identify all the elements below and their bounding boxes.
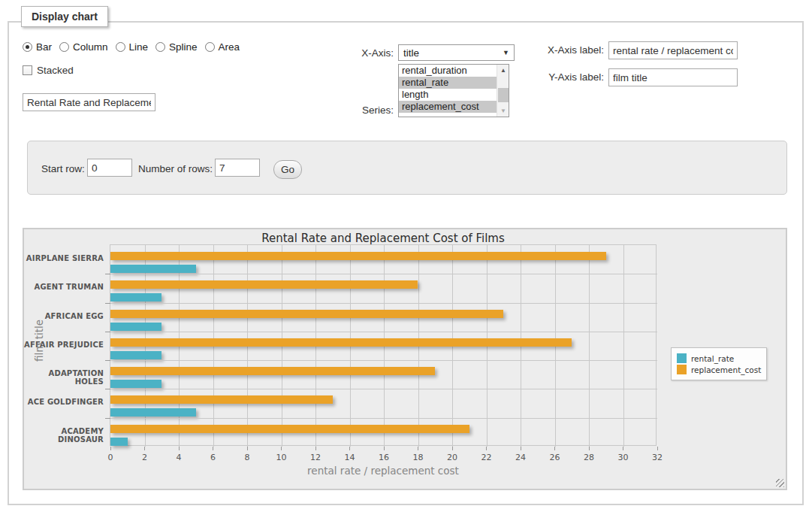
radio-icon[interactable] [155, 42, 165, 52]
x-tick-label: 0 [99, 453, 122, 462]
x-tick-label: 8 [236, 453, 258, 462]
x-tick-mark [247, 447, 248, 450]
chart-type-radio-column[interactable]: Column [59, 41, 108, 53]
x-tick-mark [657, 447, 658, 450]
series-option-replacement_cost[interactable]: replacement_cost [399, 101, 497, 113]
radio-icon[interactable] [59, 42, 69, 52]
chart-type-label: Spline [169, 41, 198, 53]
x-tick-mark [179, 447, 180, 450]
scroll-up-icon[interactable]: ▲ [497, 65, 509, 76]
legend-entry-rental_rate: rental_rate [677, 353, 761, 363]
x-axis-select[interactable]: title ▼ [398, 44, 515, 61]
x-tick-mark [418, 447, 418, 450]
series-options: rental_durationrental_ratelengthreplacem… [399, 65, 509, 113]
bar-rental_rate [110, 265, 196, 273]
scroll-down-icon[interactable]: ▼ [497, 105, 509, 117]
bar-replacement_cost [110, 252, 606, 260]
legend-label: replacement_cost [691, 365, 761, 374]
chart-type-radio-area[interactable]: Area [205, 41, 240, 53]
bar-rental_rate [110, 351, 161, 359]
bar-rental_rate [110, 323, 161, 331]
x-tick-label: 28 [578, 453, 600, 462]
y-tick-mark [105, 389, 110, 389]
x-tick-label: 10 [270, 453, 293, 462]
resize-handle-icon[interactable] [776, 479, 784, 487]
y-axis-label-label: Y-Axis label: [535, 71, 604, 83]
x-tick-label: 30 [612, 453, 635, 462]
x-tick-label: 16 [373, 453, 395, 462]
y-axis-label-input[interactable] [608, 68, 738, 86]
bar-replacement_cost [110, 367, 435, 375]
chart-type-label: Bar [36, 41, 52, 53]
x-axis-selected-value: title [403, 47, 419, 59]
chart-type-radio-spline[interactable]: Spline [155, 41, 198, 53]
x-tick-mark [349, 447, 350, 450]
category-label: AIRPLANE SIERRA [24, 254, 104, 262]
x-tick-label: 32 [646, 453, 669, 462]
chart-title-input[interactable] [23, 93, 155, 111]
bar-replacement_cost [110, 280, 418, 289]
series-select-label: Series: [331, 105, 394, 116]
bar-rental_rate [110, 380, 161, 388]
radio-icon[interactable] [116, 42, 125, 52]
bar-rental_rate [110, 293, 161, 301]
start-row-input[interactable] [87, 159, 132, 177]
x-tick-mark [281, 447, 282, 450]
chart-type-label: Column [73, 41, 108, 53]
x-axis-label-label: X-Axis label: [535, 44, 604, 56]
stacked-checkbox[interactable] [23, 65, 32, 75]
x-tick-label: 12 [304, 453, 327, 462]
bar-replacement_cost [110, 395, 333, 404]
legend-label: rental_rate [691, 354, 734, 363]
y-tick-mark [105, 332, 110, 332]
chart-type-label: Area [219, 41, 240, 53]
x-tick-mark [384, 447, 385, 450]
chart-type-radio-line[interactable]: Line [116, 41, 149, 53]
number-of-rows-input[interactable] [215, 159, 260, 177]
chart-legend: rental_ratereplacement_cost [671, 347, 767, 380]
number-of-rows-label: Number of rows: [138, 163, 213, 174]
scrollbar-thumb[interactable] [498, 88, 509, 102]
x-tick-label: 18 [407, 453, 430, 462]
bar-rental_rate [110, 438, 128, 446]
x-axis-label-input[interactable] [608, 41, 738, 59]
fieldset-legend: Display chart [21, 6, 108, 27]
y-tick-mark [105, 303, 110, 304]
x-tick-label: 6 [202, 453, 225, 462]
x-tick-mark [486, 447, 487, 450]
x-tick-label: 26 [544, 453, 566, 462]
x-tick-mark [110, 447, 111, 450]
bar-replacement_cost [110, 338, 572, 347]
category-label: ACADEMY DINOSAUR [24, 427, 104, 444]
y-tick-mark [105, 418, 110, 419]
x-tick-label: 22 [475, 453, 498, 462]
gridline-horizontal [110, 418, 657, 419]
x-tick-label: 14 [339, 453, 361, 462]
legend-swatch [677, 365, 687, 374]
series-multiselect[interactable]: rental_durationrental_ratelengthreplacem… [398, 64, 509, 117]
series-option-length[interactable]: length [399, 89, 497, 101]
series-option-rental_rate[interactable]: rental_rate [399, 77, 497, 89]
go-button[interactable]: Go [273, 160, 302, 179]
chart-type-radio-bar[interactable]: Bar [23, 41, 52, 53]
bar-replacement_cost [110, 425, 469, 433]
category-label: AGENT TRUMAN [24, 283, 104, 291]
series-option-rental_duration[interactable]: rental_duration [399, 65, 497, 77]
y-tick-mark [105, 360, 110, 361]
series-scrollbar[interactable]: ▲ ▼ [497, 65, 509, 117]
legend-swatch [677, 353, 687, 363]
chart-type-label: Line [129, 41, 149, 53]
legend-entry-replacement_cost: replacement_cost [677, 365, 761, 374]
stacked-option[interactable]: Stacked [23, 65, 74, 76]
x-tick-mark [521, 447, 521, 450]
start-row-label: Start row: [41, 163, 85, 174]
bar-rental_rate [110, 408, 196, 417]
x-tick-mark [315, 447, 316, 450]
gridline-vertical [623, 245, 624, 447]
x-tick-label: 20 [441, 453, 463, 462]
radio-icon[interactable] [205, 42, 215, 52]
radio-icon[interactable] [23, 42, 32, 52]
plot-area: 02468101214161820222426283032 [110, 244, 657, 446]
stacked-label: Stacked [37, 65, 74, 76]
x-tick-mark [144, 447, 145, 450]
